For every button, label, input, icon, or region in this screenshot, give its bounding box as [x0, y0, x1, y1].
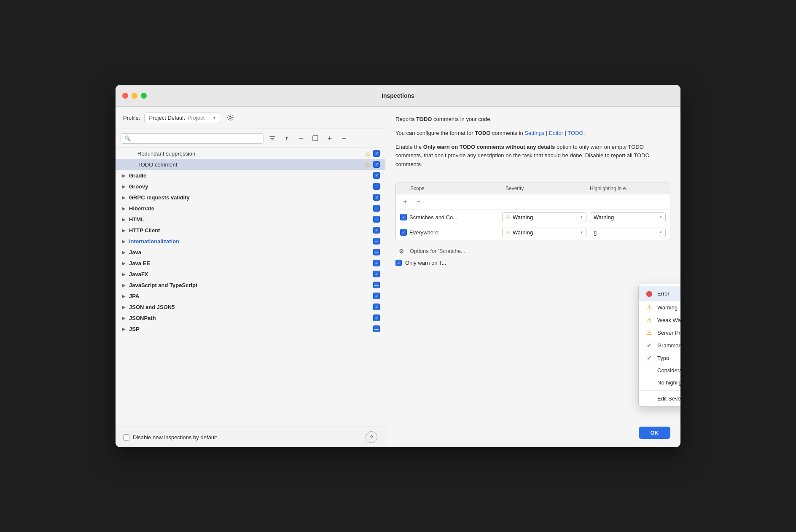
tree-item-internationalization[interactable]: ▶ Internationalization — — [116, 236, 385, 247]
tree-item-html[interactable]: ▶ HTML — — [116, 214, 385, 225]
add-button[interactable] — [324, 132, 336, 144]
minimize-button[interactable] — [132, 93, 137, 99]
severity-dropdown-everywhere[interactable]: ⚠ Warning ▾ — [502, 228, 586, 237]
scope-row-scratches: ✓ Scratches and Co... ⚠ Warning ▾ Warnin… — [396, 210, 670, 225]
item-checkbox[interactable]: ✓ — [373, 150, 380, 157]
profile-select-text: Project Default — [149, 115, 185, 121]
tree-item-groovy[interactable]: ▶ Groovy — — [116, 181, 385, 192]
col-severity: Severity — [506, 185, 590, 191]
item-checkbox[interactable]: ✓ — [373, 314, 380, 321]
dropdown-item-typo[interactable]: ✔ Typo — [639, 352, 680, 364]
tree-item-grpc[interactable]: ▶ GRPC requests validity ✓ — [116, 192, 385, 203]
gear-button[interactable] — [224, 112, 236, 124]
item-label: Hibernate — [129, 205, 373, 212]
item-checkbox[interactable]: ✓ — [373, 194, 380, 201]
disable-inspections-checkbox[interactable] — [123, 434, 129, 441]
tree-item-redundant-suppression[interactable]: Redundant suppression ⚠ ✓ — [116, 148, 385, 159]
dropdown-item-server-problem[interactable]: ⚠ Server Problem — [639, 326, 680, 339]
remove-button[interactable] — [338, 132, 350, 144]
highlight-text: g — [594, 229, 660, 236]
ok-button[interactable]: OK — [639, 427, 671, 439]
chevron-down-icon: ▾ — [660, 230, 662, 234]
scope-add-button[interactable]: + — [399, 196, 411, 208]
filter-button[interactable] — [266, 132, 278, 144]
tree-item-gradle[interactable]: ▶ Gradle ✓ — [116, 170, 385, 181]
highlight-text: Warning — [594, 214, 660, 220]
item-checkbox[interactable]: — — [373, 216, 380, 223]
error-icon: ⬤ — [645, 290, 653, 297]
expand-all-button[interactable] — [309, 132, 321, 144]
dropdown-item-warning[interactable]: ⚠ Warning — [639, 301, 680, 314]
scope-remove-button[interactable]: − — [413, 196, 425, 208]
item-checkbox[interactable]: ✓ — [373, 172, 380, 179]
tree-item-java-ee[interactable]: ▶ Java EE ✓ — [116, 258, 385, 269]
item-checkbox[interactable]: — — [373, 238, 380, 245]
dropdown-item-grammar-error[interactable]: ✔ Grammar Error — [639, 339, 680, 352]
item-checkbox[interactable]: ✓ — [373, 161, 380, 168]
title-bar: Inspections — [116, 85, 680, 107]
tree-item-javascript-typescript[interactable]: ▶ JavaScript and TypeScript — — [116, 279, 385, 290]
close-button[interactable] — [122, 93, 128, 99]
item-checkbox[interactable]: — — [373, 205, 380, 212]
item-checkbox[interactable]: ✓ — [373, 293, 380, 299]
weak-warning-icon: ⚠ — [645, 317, 653, 323]
item-checkbox[interactable]: ✓ — [373, 260, 380, 266]
svg-point-0 — [229, 116, 231, 118]
typo-icon: ✔ — [645, 355, 653, 361]
dropdown-item-consideration[interactable]: Consideration — [639, 364, 680, 376]
tree-item-java[interactable]: ▶ Java — — [116, 247, 385, 258]
tree-item-json-json5[interactable]: ▶ JSON and JSON5 ✓ — [116, 301, 385, 312]
expand-button[interactable] — [281, 132, 293, 144]
item-label: HTML — [129, 216, 373, 223]
server-problem-icon: ⚠ — [645, 329, 653, 336]
todo-link[interactable]: TODO — [567, 130, 583, 136]
item-label: JavaScript and TypeScript — [129, 282, 373, 288]
tree-item-jsp[interactable]: ▶ JSP — — [116, 323, 385, 334]
col-highlight: Highlighting in e... — [590, 185, 666, 191]
only-warn-label: Only warn on T... — [405, 260, 446, 266]
dropdown-item-error[interactable]: ⬤ Error ☞ — [639, 286, 680, 301]
highlight-dropdown-scratches[interactable]: Warning ▾ — [590, 212, 666, 222]
expand-arrow-icon: ▶ — [122, 294, 129, 298]
left-panel: Profile: Project Default Project ▾ 🔍 — [116, 107, 385, 447]
scratches-checkbox[interactable]: ✓ — [400, 214, 407, 220]
item-checkbox[interactable]: ✓ — [373, 304, 380, 310]
right-panel: Reports TODO comments in your code. You … — [385, 107, 680, 447]
expand-arrow-icon: ▶ — [122, 239, 129, 244]
item-checkbox[interactable]: ✓ — [373, 227, 380, 234]
highlight-dropdown-everywhere[interactable]: g ▾ — [590, 228, 666, 237]
collapse-button[interactable] — [295, 132, 307, 144]
help-button[interactable]: ? — [366, 431, 377, 443]
item-checkbox[interactable]: — — [373, 249, 380, 255]
item-checkbox[interactable]: — — [373, 183, 380, 190]
expand-arrow-icon: ▶ — [122, 327, 129, 331]
tree-item-hibernate[interactable]: ▶ Hibernate — — [116, 203, 385, 214]
options-gear-icon[interactable]: ⚙ — [395, 245, 407, 257]
disable-checkbox-row: Disable new inspections by default — [123, 434, 217, 441]
severity-dropdown-scratches[interactable]: ⚠ Warning ▾ — [502, 212, 586, 222]
dropdown-item-no-highlighting[interactable]: No highlighting (fix available) — [639, 376, 680, 389]
only-warn-checkbox[interactable]: ✓ — [395, 260, 402, 266]
tree-item-jsonpath[interactable]: ▶ JSONPath ✓ — [116, 312, 385, 323]
everywhere-checkbox[interactable]: ✓ — [400, 229, 407, 236]
tree-item-javafx[interactable]: ▶ JavaFX ✓ — [116, 269, 385, 279]
item-checkbox[interactable]: ✓ — [373, 271, 380, 277]
grammar-error-icon: ✔ — [645, 342, 653, 349]
chevron-down-icon: ▾ — [660, 215, 662, 219]
item-checkbox[interactable]: — — [373, 325, 380, 332]
profile-select[interactable]: Project Default Project ▾ — [144, 113, 220, 123]
search-input[interactable] — [133, 135, 260, 142]
dropdown-item-edit-severities[interactable]: Edit Severities... — [639, 392, 680, 405]
inspections-window: Inspections Profile: Project Default Pro… — [116, 85, 680, 447]
dropdown-item-label: Server Problem — [657, 330, 680, 336]
tree-item-jpa[interactable]: ▶ JPA ✓ — [116, 290, 385, 301]
tree-item-http-client[interactable]: ▶ HTTP Client ✓ — [116, 225, 385, 236]
settings-link[interactable]: Settings — [524, 130, 544, 136]
editor-link[interactable]: Editor — [549, 130, 563, 136]
severity-text: Warning — [513, 229, 579, 236]
dropdown-item-weak-warning[interactable]: ⚠ Weak Warning — [639, 314, 680, 326]
search-row: 🔍 — [116, 129, 385, 148]
tree-item-todo-comment[interactable]: TODO comment ⚠ ✓ — [116, 159, 385, 170]
item-checkbox[interactable]: — — [373, 282, 380, 288]
maximize-button[interactable] — [141, 93, 147, 99]
